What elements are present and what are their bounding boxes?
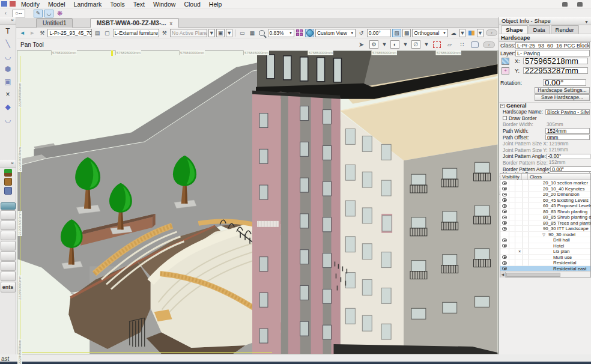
field-draw-border[interactable]: Draw Border (499, 115, 591, 122)
projection-dropdown[interactable]: Orthogonal▼ (412, 29, 448, 37)
expander-icon[interactable]: ▽ (542, 232, 545, 238)
snap-points-icon[interactable]: ∷ (458, 40, 467, 49)
save-hardscape-button[interactable]: Save Hardscape... (535, 94, 590, 101)
resource-flower-icon[interactable]: ❋ (55, 10, 64, 17)
tab-data[interactable]: Data (529, 25, 550, 34)
visibility-eye-icon[interactable] (502, 204, 507, 208)
active-plane-dropdown[interactable]: No Active Plane (170, 29, 207, 37)
fit-objects-icon[interactable]: ▦ (248, 29, 256, 37)
visibility-eye-icon[interactable] (502, 181, 507, 185)
class-row-item[interactable]: Residential (500, 260, 590, 266)
modebar-overflow-button[interactable]: › (483, 41, 495, 48)
zoom-icon[interactable] (258, 29, 266, 37)
general-section-header[interactable]: − General (499, 102, 591, 109)
snap-dart-icon[interactable]: ➤ (357, 40, 366, 49)
zoom-level-dropdown[interactable]: 0.83%▼ (268, 29, 294, 37)
menu-window[interactable]: Window (149, 0, 180, 8)
flyover-globe-icon[interactable] (305, 29, 314, 37)
joint-pattern-angle-input[interactable] (546, 154, 590, 160)
fit-page-icon[interactable]: ▭ (238, 29, 246, 37)
snap-angle-arrow-icon[interactable]: ▼ (424, 40, 429, 49)
visibility-eye-icon[interactable] (502, 210, 507, 213)
visibility-eye-icon[interactable] (502, 198, 507, 202)
page-view-icon[interactable]: ▧ (392, 29, 401, 37)
angle-input[interactable]: 0.00° (367, 29, 392, 37)
solid-tool[interactable]: ◆ (1, 101, 14, 113)
saved-view-icon[interactable]: ▣ (216, 29, 225, 37)
text-tool[interactable]: T (1, 25, 14, 37)
rotate-view-icon[interactable]: ↺ (357, 29, 365, 37)
layer-dropdown[interactable]: L-Pr-25_93_45_70 F▼ (47, 29, 91, 37)
saved-view-arrow-icon[interactable]: ▼ (226, 29, 232, 37)
visibility-eye-icon[interactable] (502, 238, 507, 242)
tab-msbt-active[interactable]: MSBT-WWA-00-ZZ-M3-...x (90, 18, 179, 28)
prev-view-icon[interactable]: ◂ (18, 29, 26, 37)
snap-grid-icon[interactable]: ⚙ (369, 40, 378, 49)
planter-tool-icon[interactable] (4, 178, 12, 186)
next-view-icon[interactable]: ▸ (28, 29, 36, 37)
documents-palette-tab[interactable]: ents (1, 282, 16, 293)
menu-landmark[interactable]: Landmark (70, 0, 106, 8)
class-dropdown[interactable]: L-External furniture▼ (113, 29, 159, 37)
class-row-item-selected[interactable]: Residential east (500, 266, 590, 272)
no-visibility-icon[interactable]: × (518, 249, 521, 255)
tab-render[interactable]: Render (551, 25, 579, 34)
hardscape-name-dropdown[interactable]: Block Paving - Silver (545, 109, 590, 115)
snap-object-arrow-icon[interactable]: ▼ (403, 40, 408, 49)
class-row-item[interactable]: 80_85 Shrub planting de (500, 214, 590, 220)
snap-object-icon[interactable]: ◐ (390, 40, 399, 49)
class-row-item[interactable]: 80_85 Trees and planting (500, 220, 590, 226)
snap-angle-icon[interactable]: ∅ (411, 40, 420, 49)
scroll-left-icon[interactable]: ◀ (500, 272, 506, 278)
visibility-eye-icon[interactable] (502, 221, 507, 225)
close-tab-icon[interactable]: x (170, 20, 173, 26)
object-info-header[interactable]: Object Info - Shape▼ (499, 17, 591, 25)
class-row-item[interactable]: Drill hall (500, 237, 590, 243)
dimension-tool-icon[interactable]: ○-- (12, 10, 25, 17)
rotation-input[interactable] (543, 79, 586, 86)
tab-untitled1[interactable]: Untitled1 (36, 18, 73, 28)
menu-text[interactable]: Text (129, 0, 149, 8)
close-palette-icon[interactable]: × (11, 17, 14, 23)
snap-edge-icon[interactable] (432, 40, 441, 49)
docked-palette-1[interactable] (1, 210, 16, 220)
class-row-item[interactable]: Multi use (500, 255, 590, 261)
docked-palette-2[interactable] (1, 220, 16, 230)
color-palette-icon[interactable] (467, 29, 475, 37)
class-row-item[interactable]: 20_10_40 Keynotes (500, 186, 590, 192)
insertion-point-icon[interactable]: + (502, 67, 509, 74)
line-tool[interactable]: ╲ (1, 38, 14, 50)
bell-icon[interactable] (577, 2, 583, 7)
class-row-item[interactable]: 20_10 section marker (500, 180, 590, 186)
visibility-eye-icon[interactable] (502, 187, 507, 190)
tab-shape[interactable]: Shape (501, 25, 528, 34)
class-table-header[interactable]: VisibilityClass (500, 174, 590, 180)
drawing-viewport[interactable] (17, 50, 499, 354)
object-layer-dropdown[interactable]: L- Paving (515, 50, 590, 56)
class-row-item[interactable]: ▽90_30 model (500, 232, 590, 238)
paving-swatch-icon[interactable] (502, 58, 509, 65)
close-palette2-icon[interactable]: × (11, 160, 14, 166)
monitor-tool-icon[interactable] (4, 187, 12, 195)
multi-view-icon[interactable] (296, 29, 304, 37)
extrude-tool[interactable]: ▣ (1, 76, 14, 88)
visibility-eye-icon[interactable] (502, 255, 507, 259)
back-arrow-icon[interactable]: ‹ (1, 10, 10, 17)
active-tool-1-icon[interactable]: ✎ (34, 10, 43, 17)
hardscape-settings-button[interactable]: Hardscape Settings... (535, 87, 590, 94)
menu-cloud[interactable]: Cloud (180, 0, 204, 8)
docked-palette-7[interactable] (1, 271, 16, 281)
object-class-dropdown[interactable]: L-Pr-25_93_60_16 PCC Block Paving- Silve… (515, 42, 590, 49)
visibility-eye-icon[interactable] (502, 227, 507, 231)
split-view-icon[interactable]: ▩ (402, 29, 411, 37)
class-row-item[interactable]: ×LG plan (500, 249, 590, 255)
border-pattern-angle-input[interactable] (550, 166, 591, 172)
plane-arrow-icon[interactable]: ▼ (208, 29, 215, 37)
class-row-item[interactable]: 80_85 Shrub planting (500, 209, 590, 215)
class-row-item[interactable]: 90_30 ITT Landscape (500, 226, 590, 232)
horizontal-scrollbar[interactable]: ◀ (500, 271, 590, 277)
layers-stack-icon[interactable]: ▤ (93, 29, 102, 37)
x-coordinate-input[interactable] (523, 58, 588, 64)
render-arrow-icon[interactable]: ▼ (459, 29, 466, 37)
bridge-tool[interactable]: ◡ (1, 114, 14, 126)
